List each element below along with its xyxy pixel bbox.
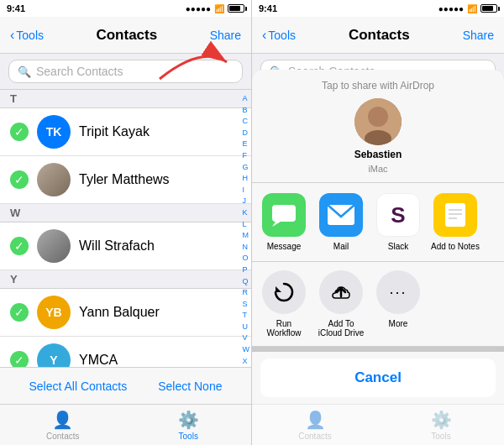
tab-tools-label-left: Tools: [179, 432, 198, 441]
message-icon: [262, 193, 306, 237]
tab-contacts-right[interactable]: 👤 Contacts: [252, 405, 378, 445]
section-header-t: T: [0, 90, 251, 108]
contact-row-tyler[interactable]: ✓ Tyler Matthews: [0, 156, 251, 204]
svg-marker-5: [272, 222, 281, 227]
status-icons-right: ●●●●● 📶: [438, 4, 497, 13]
search-placeholder-left: Search Contacts: [36, 65, 123, 78]
app-message-label: Message: [267, 242, 302, 251]
action-more[interactable]: ··· More: [373, 270, 423, 338]
signal-icon-right: ●●●●●: [438, 4, 464, 13]
status-bar-left: 9:41 ●●●●● 📶: [0, 0, 251, 17]
tab-contacts-label-right: Contacts: [298, 432, 331, 441]
phone-left: 9:41 ●●●●● 📶 ‹ Tools Contacts Share 🔍 Se…: [0, 0, 252, 445]
search-input-wrap-left[interactable]: 🔍 Search Contacts: [8, 60, 243, 83]
bottom-tabs-right: 👤 Contacts ⚙️ Tools: [252, 404, 504, 445]
svg-rect-7: [445, 203, 465, 227]
share-button-right[interactable]: Share: [463, 29, 494, 42]
section-header-w: W: [0, 204, 251, 222]
svg-marker-11: [276, 286, 281, 292]
battery-icon-right: [480, 4, 497, 13]
mail-icon: [319, 193, 363, 237]
contact-row-tripit[interactable]: ✓ TK Tripit Kayak: [0, 108, 251, 156]
tools-icon-right: ⚙️: [431, 410, 452, 430]
apps-section: Message Mail S Slack: [252, 183, 504, 262]
phone-right: 9:41 ●●●●● 📶 ‹ Tools Contacts Share 🔍 Se…: [252, 0, 504, 445]
search-bar-left: 🔍 Search Contacts: [0, 54, 251, 90]
check-icon-yann: ✓: [10, 303, 29, 322]
contact-row-yann[interactable]: ✓ YB Yann Balquer: [0, 289, 251, 337]
action-run-workflow[interactable]: RunWorkflow: [259, 270, 309, 338]
back-button-right[interactable]: ‹ Tools: [262, 28, 296, 43]
airdrop-section: Tap to share with AirDrop Sebastien iMac: [252, 70, 504, 183]
app-notes-label: Add to Notes: [431, 242, 480, 251]
nav-title-left: Contacts: [96, 27, 157, 44]
battery-icon-left: [228, 4, 244, 13]
cancel-button[interactable]: Cancel: [260, 359, 496, 397]
nav-bar-left: ‹ Tools Contacts Share: [0, 17, 251, 54]
airdrop-label: Tap to share with AirDrop: [260, 80, 496, 92]
tab-tools-left[interactable]: ⚙️ Tools: [126, 405, 252, 445]
actions-section: RunWorkflow Add ToiCloud Drive ···: [252, 262, 504, 347]
select-none-left[interactable]: Select None: [158, 380, 222, 393]
avatar-tripit: TK: [37, 115, 71, 149]
bottom-actions-left: Select All Contacts Select None: [0, 367, 251, 404]
back-button-left[interactable]: ‹ Tools: [10, 28, 44, 43]
contacts-icon-right: 👤: [305, 410, 326, 430]
tab-tools-right[interactable]: ⚙️ Tools: [378, 405, 504, 445]
bottom-tabs-left: 👤 Contacts ⚙️ Tools: [0, 404, 251, 445]
section-header-y: Y: [0, 270, 251, 289]
airdrop-person[interactable]: Sebastien iMac: [260, 98, 496, 174]
contact-name-tripit: Tripit Kayak: [79, 124, 150, 139]
action-icloud-label: Add ToiCloud Drive: [318, 319, 364, 338]
share-sheet: Tap to share with AirDrop Sebastien iMac: [252, 70, 504, 404]
avatar-yann: YB: [37, 296, 71, 329]
select-all-left[interactable]: Select All Contacts: [29, 380, 127, 393]
app-add-notes[interactable]: Add to Notes: [430, 193, 480, 251]
svg-point-2: [368, 107, 388, 127]
app-message[interactable]: Message: [259, 193, 309, 251]
tab-contacts-left[interactable]: 👤 Contacts: [0, 405, 126, 445]
status-icons-left: ●●●●● 📶: [186, 4, 244, 13]
icloud-icon: [319, 270, 363, 314]
nav-title-right: Contacts: [349, 27, 410, 44]
check-icon-ymca: ✓: [10, 351, 29, 367]
action-run-workflow-label: RunWorkflow: [267, 319, 302, 338]
status-time-right: 9:41: [259, 3, 277, 13]
app-slack[interactable]: S Slack: [373, 193, 423, 251]
tools-icon-left: ⚙️: [178, 410, 199, 430]
check-icon-will: ✓: [10, 237, 29, 255]
chevron-right-icon: ‹: [262, 28, 266, 43]
back-label-right: Tools: [268, 29, 296, 42]
action-add-icloud[interactable]: Add ToiCloud Drive: [316, 270, 366, 338]
search-icon-left: 🔍: [18, 65, 31, 78]
contact-name-ymca: YMCA: [79, 353, 118, 367]
contact-name-will: Will Strafach: [79, 238, 155, 254]
avatar-ymca: Y: [37, 343, 71, 367]
wifi-icon-left: 📶: [214, 4, 224, 13]
svg-rect-4: [272, 205, 296, 222]
nav-bar-right: ‹ Tools Contacts Share: [252, 17, 504, 54]
wifi-icon-right: 📶: [467, 4, 477, 13]
contact-name-tyler: Tyler Matthews: [79, 172, 170, 187]
app-mail-label: Mail: [333, 242, 349, 251]
share-button-left[interactable]: Share: [210, 29, 241, 42]
app-mail[interactable]: Mail: [316, 193, 366, 251]
avatar-will: [37, 229, 71, 263]
airdrop-person-name: Sebastien: [354, 149, 402, 160]
action-more-label: More: [389, 319, 408, 328]
contact-name-yann: Yann Balquer: [79, 305, 160, 320]
notes-icon: [433, 193, 477, 237]
app-slack-label: Slack: [388, 242, 408, 251]
check-icon-tripit: ✓: [10, 123, 29, 141]
status-time-left: 9:41: [7, 3, 25, 13]
status-bar-right: 9:41 ●●●●● 📶: [252, 0, 504, 17]
back-label-left: Tools: [16, 29, 44, 42]
check-icon-tyler: ✓: [10, 170, 29, 189]
contacts-icon-left: 👤: [52, 410, 73, 430]
signal-icon-left: ●●●●●: [186, 4, 211, 13]
avatar-tyler: [37, 163, 71, 196]
tab-contacts-label-left: Contacts: [46, 432, 79, 441]
contact-row-will[interactable]: ✓ Will Strafach: [0, 222, 251, 270]
chevron-left-icon: ‹: [10, 28, 14, 43]
contact-row-ymca[interactable]: ✓ Y YMCA: [0, 337, 251, 367]
